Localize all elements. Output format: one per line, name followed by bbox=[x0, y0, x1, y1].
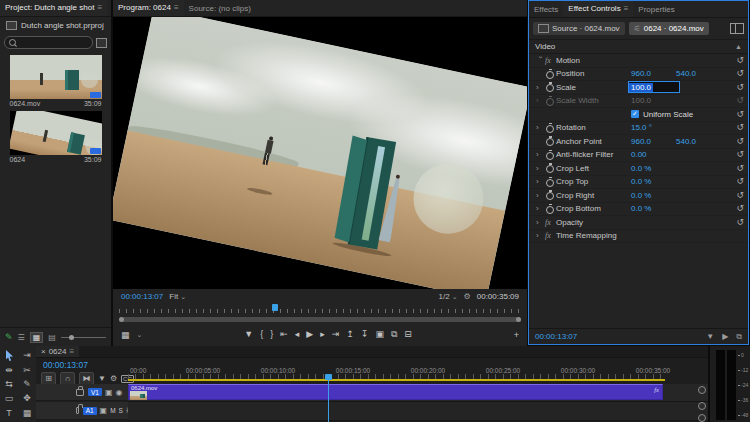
reset-icon[interactable]: ↺ bbox=[736, 177, 744, 186]
effect-row-opacity[interactable]: › fx Opacity ↺ bbox=[529, 216, 748, 230]
rectangle-tool[interactable]: ▭ bbox=[5, 392, 14, 404]
reset-icon[interactable]: ↺ bbox=[736, 123, 744, 132]
reset-icon[interactable]: ↺ bbox=[736, 110, 744, 119]
chevron-right-icon[interactable]: › bbox=[536, 177, 545, 186]
timeline-playhead-handle[interactable] bbox=[325, 374, 332, 380]
button-editor-icon[interactable]: + bbox=[514, 330, 519, 340]
comparison-view-icon[interactable]: ⧉ bbox=[391, 329, 397, 340]
toggle-track-output-eye-icon[interactable]: ◉ bbox=[116, 388, 123, 397]
anchor-x-value[interactable]: 960.0 bbox=[631, 137, 651, 146]
reset-icon[interactable]: ↺ bbox=[736, 150, 744, 159]
reset-icon[interactable]: ↺ bbox=[736, 191, 744, 200]
go-to-in-icon[interactable]: ⇤ bbox=[280, 329, 288, 340]
hand-tool[interactable]: ✥ bbox=[23, 392, 31, 404]
search-input[interactable] bbox=[4, 36, 93, 49]
stopwatch-icon[interactable] bbox=[545, 150, 556, 160]
panel-menu-icon[interactable]: ≡ bbox=[97, 3, 102, 12]
add-marker-icon[interactable]: ▼ bbox=[244, 329, 253, 340]
chevron-right-icon[interactable]: › bbox=[536, 231, 545, 240]
panel-menu-icon[interactable]: ≡ bbox=[174, 3, 179, 12]
effect-row-motion[interactable]: › fx Motion ↺ bbox=[529, 54, 748, 68]
collapse-section-icon[interactable]: ▲ bbox=[735, 43, 742, 50]
tab-project[interactable]: Project: Dutch angle shot ≡ bbox=[0, 0, 107, 17]
stopwatch-icon[interactable] bbox=[545, 204, 556, 214]
rotation-value[interactable]: 15.0 ° bbox=[631, 123, 652, 132]
project-file-row[interactable]: Dutch angle shot.prproj bbox=[0, 17, 111, 34]
scale-value-input[interactable]: 100.0 bbox=[628, 81, 680, 93]
program-playhead[interactable] bbox=[272, 304, 278, 311]
sync-lock-icon[interactable]: ▣ bbox=[100, 406, 108, 415]
reset-icon[interactable]: ↺ bbox=[736, 164, 744, 173]
panel-menu-icon[interactable]: ≡ bbox=[69, 347, 74, 356]
search-bin-icon[interactable] bbox=[96, 38, 107, 48]
crop-right-value[interactable]: 0.0 % bbox=[631, 191, 651, 200]
reset-icon[interactable]: ↺ bbox=[736, 69, 744, 78]
timeline-tab[interactable]: × 0624 ≡ bbox=[36, 346, 79, 357]
chevron-right-icon[interactable]: › bbox=[536, 96, 545, 105]
freeform-view-icon[interactable]: ▤ bbox=[48, 333, 56, 342]
panel-menu-icon[interactable]: ≡ bbox=[624, 4, 629, 13]
reset-icon[interactable]: ↺ bbox=[736, 218, 744, 227]
add-marker-icon[interactable]: ▼ bbox=[98, 374, 106, 383]
lock-icon[interactable] bbox=[76, 389, 84, 396]
track-scroll-thumb[interactable] bbox=[698, 386, 706, 394]
sequence-name[interactable]: 0624 bbox=[10, 156, 26, 163]
track-scroll-thumb[interactable] bbox=[698, 402, 706, 410]
tab-source[interactable]: Source: (no clips) bbox=[184, 0, 256, 16]
reset-icon[interactable]: ↺ bbox=[736, 83, 744, 92]
anti-flicker-value[interactable]: 0.00 bbox=[631, 150, 647, 159]
settings-wrench-icon[interactable]: ⚙ bbox=[464, 292, 471, 301]
step-back-icon[interactable]: ◂ bbox=[295, 329, 300, 340]
clip-name[interactable]: 0624.mov bbox=[10, 100, 41, 107]
video-section-header[interactable]: Video ▲ bbox=[529, 40, 748, 54]
mark-in-icon[interactable]: { bbox=[260, 329, 263, 340]
reset-icon[interactable]: ↺ bbox=[736, 204, 744, 213]
thumbnail-zoom-slider[interactable] bbox=[61, 337, 106, 338]
split-view-icon[interactable] bbox=[730, 23, 744, 34]
playback-resolution-dropdown[interactable]: 1/2 ⌄ bbox=[439, 292, 458, 301]
stopwatch-icon[interactable] bbox=[545, 190, 556, 200]
step-forward-icon[interactable]: ▸ bbox=[320, 329, 325, 340]
keyframe-export-icon[interactable]: ⧉ bbox=[736, 332, 742, 342]
pen-tool[interactable]: ✎ bbox=[23, 378, 31, 390]
position-y-value[interactable]: 540.0 bbox=[676, 69, 696, 78]
multi-camera-icon[interactable]: ⊟ bbox=[404, 329, 412, 340]
filter-properties-icon[interactable]: ▼ bbox=[706, 332, 714, 342]
track-badge-v1[interactable]: V1 bbox=[88, 388, 102, 396]
chevron-right-icon[interactable]: › bbox=[536, 218, 545, 227]
timeline-settings-wrench-icon[interactable]: ⚙ bbox=[110, 374, 117, 383]
tab-media-browser[interactable]: Media Bro bbox=[107, 0, 111, 16]
extract-icon[interactable]: ↧ bbox=[361, 329, 369, 340]
tab-effects[interactable]: Effects bbox=[529, 1, 563, 17]
stopwatch-icon[interactable] bbox=[545, 177, 556, 187]
ripple-edit-tool[interactable]: ⇹ bbox=[5, 364, 13, 376]
effect-controls-timecode[interactable]: 00:00:13:07 bbox=[535, 332, 577, 341]
type-tool[interactable]: T bbox=[6, 407, 12, 419]
tab-effect-controls[interactable]: Effect Controls ≡ bbox=[563, 1, 633, 18]
program-mini-timeline[interactable] bbox=[119, 305, 521, 313]
anchor-y-value[interactable]: 540.0 bbox=[676, 137, 696, 146]
reset-icon[interactable]: ↺ bbox=[736, 56, 744, 65]
play-icon[interactable]: ▶ bbox=[306, 329, 313, 340]
solo-button[interactable]: S bbox=[119, 407, 123, 414]
timeline-playhead[interactable] bbox=[328, 374, 329, 422]
timeline-clip-0624mov[interactable]: 0624.mov fx bbox=[128, 384, 663, 400]
zoom-level-dropdown[interactable]: Fit ⌄ bbox=[169, 292, 186, 301]
track-badge-a1[interactable]: A1 bbox=[83, 407, 97, 415]
play-around-icon[interactable]: ▶ bbox=[722, 332, 728, 342]
sequence-clip-button[interactable]: ⚟ 0624 · 0624.mov bbox=[629, 22, 709, 35]
mark-out-icon[interactable]: } bbox=[270, 329, 273, 340]
lift-icon[interactable]: ↥ bbox=[346, 329, 354, 340]
timeline-ruler[interactable]: 00:00 00:00:05:00 00:00:10:00 00:00:15:0… bbox=[128, 366, 708, 382]
program-scrollbar[interactable] bbox=[119, 317, 521, 322]
stopwatch-icon[interactable] bbox=[545, 69, 556, 79]
reset-icon[interactable]: ↺ bbox=[736, 137, 744, 146]
slip-tool[interactable]: ⇆ bbox=[5, 378, 13, 390]
stopwatch-icon[interactable] bbox=[545, 82, 556, 92]
timeline-timecode[interactable]: 00:00:13:07 bbox=[43, 360, 88, 370]
icon-view-icon[interactable]: ▦ bbox=[30, 332, 44, 343]
source-clip-button[interactable]: Source · 0624.mov bbox=[533, 22, 625, 35]
chevron-right-icon[interactable]: › bbox=[536, 204, 545, 213]
chevron-right-icon[interactable]: › bbox=[536, 191, 545, 200]
position-x-value[interactable]: 960.0 bbox=[631, 69, 651, 78]
